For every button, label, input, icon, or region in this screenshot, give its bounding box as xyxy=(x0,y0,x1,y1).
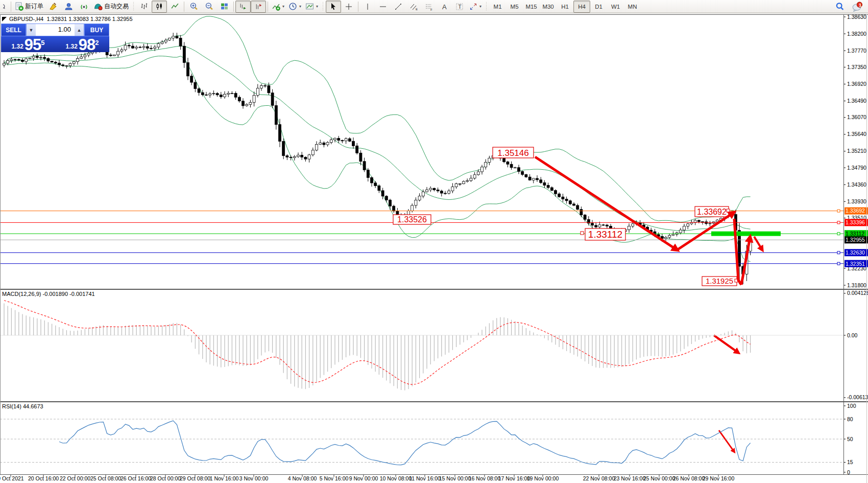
candlestick-mode-button[interactable] xyxy=(152,1,167,13)
candle-body xyxy=(595,225,597,227)
candle-body xyxy=(117,51,119,55)
crosshair-tool-button[interactable] xyxy=(341,1,356,13)
autotrading-icon xyxy=(93,2,103,11)
timeframe-m15[interactable]: M15 xyxy=(523,1,540,13)
timeframe-mn[interactable]: MN xyxy=(624,1,641,13)
annotation-anchor[interactable] xyxy=(581,232,584,235)
candle-body xyxy=(367,170,369,178)
chart-area[interactable]: 1.351461.335261.336921.331121.319251.386… xyxy=(0,0,868,483)
volume-input[interactable]: 1.00 xyxy=(36,24,75,36)
arrows-tool-button[interactable]: ▾ xyxy=(467,1,484,13)
line-anchor-marker[interactable] xyxy=(837,221,840,224)
price-annotation-text: 1.33112 xyxy=(588,229,622,240)
equidistant-channel-icon: E xyxy=(409,3,418,11)
clipped-toolbar-icon[interactable] xyxy=(1,1,9,13)
line-anchor-marker[interactable] xyxy=(837,233,840,235)
toolbar-grip[interactable] xyxy=(132,2,135,11)
candle-body xyxy=(36,56,38,57)
annotation-anchor[interactable] xyxy=(727,209,730,212)
trendline-icon xyxy=(394,3,402,11)
signals-icon xyxy=(80,2,88,11)
time-tick-label: 4 Nov 08:00 xyxy=(288,475,317,481)
periods-button[interactable]: ▾ xyxy=(286,1,303,13)
notifications-button[interactable]: 1 xyxy=(850,1,865,13)
candle-body xyxy=(591,223,594,225)
candle-body xyxy=(77,58,79,61)
line-anchor-marker[interactable] xyxy=(837,251,840,254)
toolbar-separator xyxy=(268,2,268,12)
candle-body xyxy=(323,143,325,145)
candle-body xyxy=(514,168,516,168)
candle-body xyxy=(84,55,86,57)
horizontal-line-tool-button[interactable] xyxy=(375,1,391,13)
fibonacci-tool-button[interactable]: F xyxy=(421,1,437,13)
candle-body xyxy=(234,93,237,97)
trendline-tool-button[interactable] xyxy=(391,1,406,13)
toolbar-grip[interactable] xyxy=(322,2,324,11)
ask-big-digits: 98 xyxy=(79,38,95,51)
toolbar-grip[interactable] xyxy=(485,2,488,11)
community-button[interactable] xyxy=(61,1,76,13)
bid-big-digits: 95 xyxy=(25,38,41,51)
buy-button[interactable]: BUY xyxy=(84,24,109,36)
search-button[interactable] xyxy=(832,1,848,13)
ask-price[interactable]: 1.32 98 2 xyxy=(55,36,109,52)
one-click-trading-panel: SELL ▼ 1.00 ▲ BUY 1.32 95 5 1.32 98 2 xyxy=(1,24,109,52)
time-tick-label: 20 Oct 16:00 xyxy=(28,475,59,481)
tile-windows-icon xyxy=(220,2,229,11)
candle-body xyxy=(507,162,509,165)
zoom-out-icon xyxy=(205,2,213,11)
signals-button[interactable] xyxy=(76,1,91,13)
price-tick-label: 1.33930 xyxy=(847,198,866,204)
symbol-triangle-icon xyxy=(2,17,7,21)
toolbar-separator xyxy=(358,2,358,12)
price-tick-label: 1.34790 xyxy=(847,165,866,171)
price-level-badge-text: 1.32955 xyxy=(846,237,865,243)
zoom-in-button[interactable] xyxy=(186,1,201,13)
templates-button[interactable]: ▾ xyxy=(303,1,320,13)
candle-body xyxy=(179,38,182,46)
candle-body xyxy=(687,224,689,226)
timeframe-m30[interactable]: M30 xyxy=(540,1,557,13)
time-tick-label: 9 Nov 00:00 xyxy=(349,475,378,481)
indicators-button[interactable]: ▾ xyxy=(270,1,286,13)
volume-decrease-button[interactable]: ▼ xyxy=(27,24,36,36)
price-level-badge-text: 1.32351 xyxy=(846,261,865,267)
clock-icon xyxy=(288,2,297,11)
text-label-tool-button[interactable]: T xyxy=(452,1,467,13)
timeframe-h1[interactable]: H1 xyxy=(557,1,573,13)
candle-body xyxy=(606,225,608,226)
styler-button[interactable] xyxy=(45,1,61,13)
text-tool-button[interactable]: A xyxy=(437,1,452,13)
timeframe-w1[interactable]: W1 xyxy=(607,1,624,13)
candle-body xyxy=(341,141,344,141)
timeframe-m1[interactable]: M1 xyxy=(489,1,506,13)
timeframe-h4[interactable]: H4 xyxy=(573,1,590,13)
autotrading-button[interactable]: 自动交易 xyxy=(91,1,131,13)
candle-body xyxy=(385,196,388,200)
svg-text:T: T xyxy=(458,4,462,10)
cursor-tool-button[interactable] xyxy=(326,1,341,13)
channel-tool-button[interactable]: E xyxy=(406,1,421,13)
candle-body xyxy=(359,153,362,162)
timeframe-m5[interactable]: M5 xyxy=(506,1,523,13)
tile-windows-button[interactable] xyxy=(216,1,232,13)
sell-button[interactable]: SELL xyxy=(1,24,26,36)
price-tick-label: 1.31800 xyxy=(847,282,866,288)
volume-increase-button[interactable]: ▲ xyxy=(75,24,84,36)
zoom-out-button[interactable] xyxy=(201,1,216,13)
bar-chart-mode-button[interactable] xyxy=(136,1,152,13)
vertical-line-tool-button[interactable] xyxy=(360,1,375,13)
auto-scroll-button[interactable] xyxy=(235,1,251,13)
candle-body xyxy=(668,235,671,237)
candle-body xyxy=(411,205,414,211)
chart-shift-button[interactable] xyxy=(251,1,266,13)
timeframe-d1[interactable]: D1 xyxy=(590,1,607,13)
new-order-button[interactable]: 新订单 xyxy=(13,1,45,13)
line-chart-mode-button[interactable] xyxy=(167,1,182,13)
candle-body xyxy=(393,206,395,211)
line-anchor-marker[interactable] xyxy=(837,210,840,212)
bid-price[interactable]: 1.32 95 5 xyxy=(1,36,55,52)
fibonacci-icon: F xyxy=(425,3,433,11)
line-anchor-marker[interactable] xyxy=(837,262,840,265)
